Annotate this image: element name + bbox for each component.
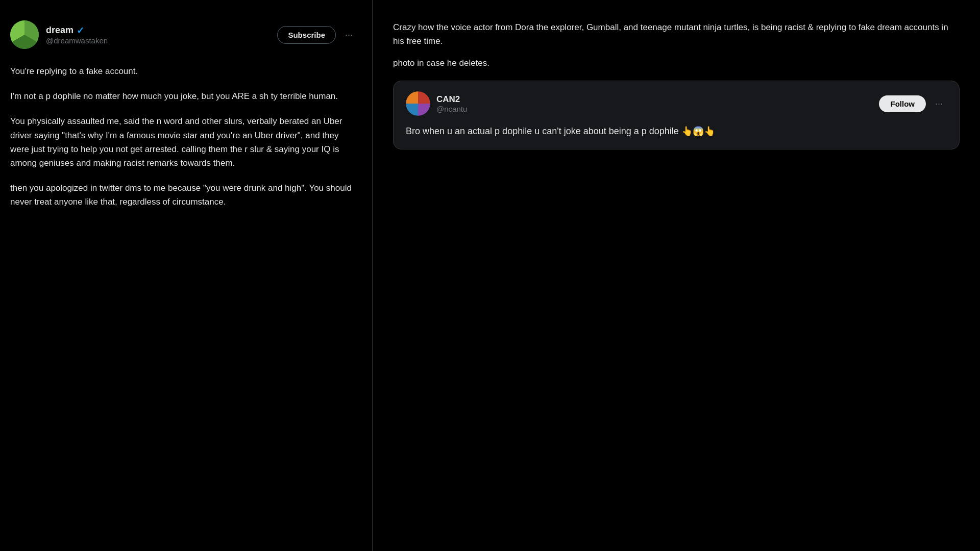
follow-button[interactable]: Follow (879, 95, 926, 112)
quoted-avatar[interactable] (406, 91, 430, 116)
profile-header: dream ✓ @dreamwastaken Subscribe ··· (10, 20, 357, 49)
tweet-paragraph-1: You're replying to a fake account. (10, 64, 357, 78)
username: @dreamwastaken (46, 36, 108, 45)
quoted-more-button[interactable]: ··· (931, 96, 947, 111)
quoted-avatar-image (406, 91, 430, 116)
quoted-display-name: CAN2 (436, 94, 467, 105)
avatar-image (10, 20, 39, 49)
header-buttons: Subscribe ··· (277, 26, 357, 44)
display-name-text: dream (46, 25, 74, 36)
quoted-name-area: CAN2 @ncantu (436, 94, 467, 113)
tweet-paragraph-2: I'm not a p dophile no matter how much y… (10, 89, 357, 103)
right-panel: Crazy how the voice actor from Dora the … (373, 0, 980, 551)
more-options-button[interactable]: ··· (341, 28, 357, 42)
quoted-tweet-header: CAN2 @ncantu Follow ··· (406, 91, 947, 116)
subscribe-button[interactable]: Subscribe (277, 26, 336, 44)
quoted-content: Bro when u an actual p dophile u can't j… (406, 124, 947, 139)
avatar[interactable] (10, 20, 39, 49)
tweet-content: You're replying to a fake account. I'm n… (10, 64, 357, 209)
display-name: dream ✓ (46, 25, 108, 36)
profile-info: dream ✓ @dreamwastaken (10, 20, 108, 49)
tweet-paragraph-4: then you apologized in twitter dms to me… (10, 181, 357, 209)
quoted-username: @ncantu (436, 105, 467, 113)
tweet-paragraph-3: You physically assaulted me, said the n … (10, 114, 357, 170)
left-panel: dream ✓ @dreamwastaken Subscribe ··· You… (0, 0, 373, 551)
quoted-profile: CAN2 @ncantu (406, 91, 467, 116)
quoted-actions: Follow ··· (879, 95, 947, 112)
quoted-tweet: CAN2 @ncantu Follow ··· Bro when u an ac… (393, 81, 960, 149)
right-main-text: Crazy how the voice actor from Dora the … (393, 20, 960, 48)
name-area: dream ✓ @dreamwastaken (46, 25, 108, 45)
photo-note: photo in case he deletes. (393, 58, 960, 68)
verified-icon: ✓ (77, 25, 84, 36)
